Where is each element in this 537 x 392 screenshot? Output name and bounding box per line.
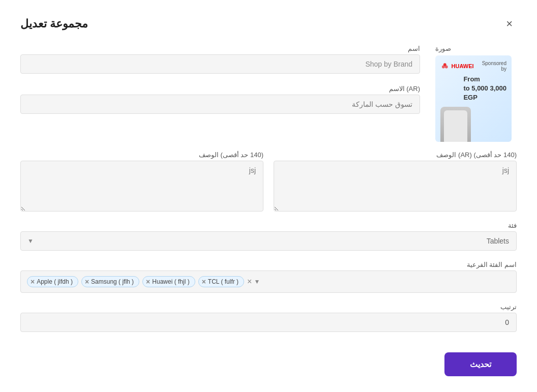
tag-apple-label: Apple ( jlfdh )	[37, 278, 73, 285]
tags-dropdown-icon[interactable]: ▼	[254, 278, 260, 285]
tags-container[interactable]: × Apple ( jlfdh ) × Samsung ( jflh ) × H…	[20, 270, 517, 293]
tag-apple[interactable]: × Apple ( jlfdh )	[27, 276, 78, 287]
tag-samsung-close[interactable]: ×	[85, 278, 89, 285]
phone-screen	[444, 110, 467, 142]
svg-point-2	[442, 66, 445, 69]
update-button[interactable]: تحديث	[444, 352, 517, 376]
tag-apple-close[interactable]: ×	[31, 278, 35, 285]
tag-samsung[interactable]: × Samsung ( jflh )	[81, 276, 139, 287]
tag-huawei[interactable]: × Huawei ( fhjl )	[142, 276, 195, 287]
name-label: اسم	[20, 45, 420, 52]
name-ar-input[interactable]	[20, 95, 420, 114]
footer: تحديث	[20, 352, 517, 376]
desc-label: (140 حد أقصى) الوصف	[20, 151, 263, 159]
name-field-group: اسم	[20, 45, 420, 74]
modal-header: × مجموعة تعديل	[20, 15, 517, 33]
image-label: صورة	[435, 45, 451, 52]
tag-huawei-label: Huawei ( fhjl )	[152, 278, 189, 285]
svg-point-1	[445, 66, 448, 69]
top-section: اسم (AR) الاسم صورة Sponsored by HUAWEI	[20, 45, 517, 142]
sort-label: ترتيب	[20, 303, 517, 311]
desc-textarea[interactable]	[20, 161, 263, 212]
desc-ar-label: (140 حد أقصى) (AR) الوصف	[274, 151, 517, 159]
form-body: اسم (AR) الاسم صورة Sponsored by HUAWEI	[20, 45, 517, 376]
huawei-logo: HUAWEI	[452, 63, 474, 69]
phone-image	[440, 107, 471, 142]
huawei-icon	[440, 62, 450, 71]
category-select-wrapper: Tablets ▼	[20, 231, 517, 251]
category-label: فئة	[20, 222, 517, 229]
sponsor-top: Sponsored by HUAWEI	[440, 61, 506, 72]
name-ar-label: (AR) الاسم	[20, 85, 420, 93]
desc-section: (140 حد أقصى) (AR) الوصف (140 حد أقصى) ا…	[20, 151, 517, 212]
name-ar-field-group: (AR) الاسم	[20, 85, 420, 114]
price-text: From 3,000 to 5,000 EGP	[463, 75, 506, 103]
category-select[interactable]: Tablets	[20, 231, 517, 251]
sponsor-image: Sponsored by HUAWEI From 3,000 to 5,000 …	[435, 55, 512, 142]
sort-input[interactable]	[20, 313, 517, 332]
modal-title: مجموعة تعديل	[20, 17, 88, 31]
edit-modal: × مجموعة تعديل اسم (AR) الاسم صورة	[0, 0, 537, 392]
desc-ar-textarea[interactable]	[274, 161, 517, 212]
tag-tcl-close[interactable]: ×	[202, 278, 206, 285]
desc-ar-block: (140 حد أقصى) (AR) الوصف	[274, 151, 517, 212]
image-section: صورة Sponsored by HUAWEI From	[435, 45, 517, 142]
tags-controls: ▼ ×	[247, 277, 260, 286]
desc-block: (140 حد أقصى) الوصف	[20, 151, 263, 212]
category-section: فئة Tablets ▼	[20, 222, 517, 251]
left-fields: اسم (AR) الاسم	[20, 45, 420, 142]
tag-tcl-label: TCL ( fulfr )	[208, 278, 238, 285]
tags-clear-icon[interactable]: ×	[247, 277, 252, 286]
tag-samsung-label: Samsung ( jflh )	[91, 278, 134, 285]
name-input[interactable]	[20, 54, 420, 74]
sponsored-text: Sponsored by	[476, 61, 506, 72]
close-button[interactable]: ×	[502, 15, 517, 33]
tag-huawei-close[interactable]: ×	[146, 278, 150, 285]
sort-section: ترتيب	[20, 303, 517, 332]
subcategory-label: اسم الفئة الفرعية	[20, 261, 517, 268]
subcategory-section: اسم الفئة الفرعية × Apple ( jlfdh ) × Sa…	[20, 261, 517, 293]
tag-tcl[interactable]: × TCL ( fulfr )	[198, 276, 244, 287]
